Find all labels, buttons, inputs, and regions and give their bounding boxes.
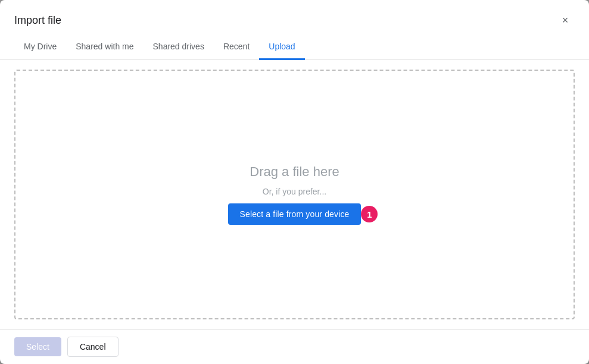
tab-upload[interactable]: Upload [259,34,304,60]
tab-recent[interactable]: Recent [214,34,259,60]
or-text: Or, if you prefer... [263,187,326,196]
dialog-footer: Select Cancel [0,329,589,364]
badge-1: 1 [361,206,378,222]
select-file-button[interactable]: Select a file from your device [228,203,361,225]
drop-zone[interactable]: Drag a file here Or, if you prefer... Se… [14,70,575,319]
import-file-dialog: Import file × My Drive Shared with me Sh… [0,0,589,364]
tab-shared-with-me[interactable]: Shared with me [66,34,143,60]
footer-select-button[interactable]: Select [14,337,61,356]
tabs-bar: My Drive Shared with me Shared drives Re… [0,34,589,60]
close-icon: × [562,14,569,27]
drag-text: Drag a file here [250,164,339,180]
dialog-body: Drag a file here Or, if you prefer... Se… [0,60,589,329]
tab-my-drive[interactable]: My Drive [14,34,66,60]
select-file-wrapper: Select a file from your device 1 [228,203,361,225]
close-button[interactable]: × [556,11,575,30]
tab-shared-drives[interactable]: Shared drives [144,34,214,60]
footer-cancel-button[interactable]: Cancel [67,337,119,357]
dialog-header: Import file × [0,0,589,30]
dialog-title: Import file [14,14,61,27]
